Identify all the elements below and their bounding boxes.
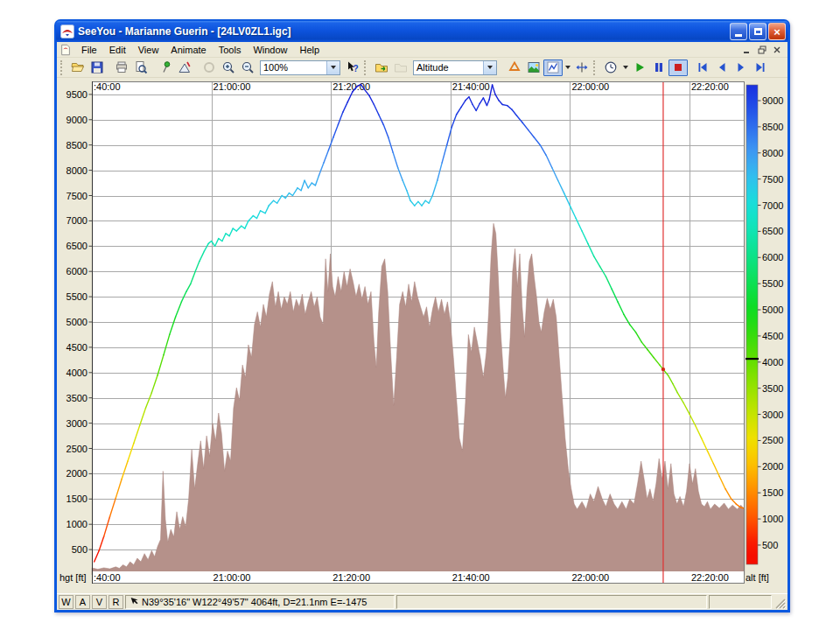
svg-text::40:00: :40:00 — [94, 572, 121, 583]
svg-text:5500: 5500 — [66, 291, 88, 302]
svg-text:5500: 5500 — [762, 278, 783, 289]
svg-text:1000: 1000 — [66, 519, 88, 529]
print-icon[interactable] — [112, 60, 131, 76]
svg-text:21:00:00: 21:00:00 — [214, 81, 251, 92]
minimize-button[interactable] — [730, 23, 747, 40]
photo-icon[interactable] — [524, 60, 543, 76]
svg-text:8000: 8000 — [762, 148, 783, 158]
window-title: SeeYou - Marianne Guerin - [24LV0ZL1.igc… — [78, 25, 726, 38]
toolbar-dropdown-arrow-icon[interactable] — [563, 60, 572, 76]
svg-text:21:00:00: 21:00:00 — [214, 572, 251, 583]
svg-text:5000: 5000 — [66, 317, 88, 327]
altitude-chart[interactable]: :40:0021:00:0021:20:0021:40:0022:00:0022… — [57, 78, 788, 592]
minimize-icon — [735, 34, 742, 37]
toolbar-grip[interactable] — [593, 60, 598, 75]
svg-text:4000: 4000 — [762, 357, 783, 368]
cursor-position-panel: N39°35'16" W122°49'57" 4064ft, D=21.1nm … — [125, 595, 395, 609]
resize-grip[interactable] — [774, 595, 787, 609]
child-close-button[interactable] — [770, 44, 784, 56]
maximize-button[interactable] — [749, 23, 766, 40]
chart-area: :40:0021:00:0021:20:0021:40:0022:00:0022… — [57, 78, 788, 593]
prev-point-icon[interactable] — [712, 60, 732, 76]
svg-text:1500: 1500 — [762, 487, 783, 498]
zoom-level-combo-value: 100% — [261, 61, 326, 74]
document-icon — [60, 44, 73, 56]
svg-text:500: 500 — [762, 540, 778, 550]
menu-help[interactable]: Help — [294, 43, 326, 57]
status-button-w[interactable]: W — [59, 595, 74, 609]
open-icon[interactable] — [68, 60, 88, 76]
cursor-arrow-icon — [130, 597, 138, 607]
toolbar-dropdown-arrow-icon[interactable] — [620, 60, 630, 76]
graph-icon[interactable] — [543, 60, 563, 76]
svg-text:7000: 7000 — [762, 200, 783, 211]
svg-text:5000: 5000 — [762, 304, 783, 315]
svg-text:4000: 4000 — [66, 368, 88, 378]
play-icon[interactable] — [630, 60, 649, 76]
svg-text:21:40:00: 21:40:00 — [452, 572, 490, 583]
combo-dropdown-icon[interactable] — [326, 61, 340, 74]
status-button-v[interactable]: V — [92, 595, 107, 609]
status-button-r[interactable]: R — [108, 595, 123, 609]
fit-icon[interactable] — [572, 60, 592, 76]
svg-text:21:40:00: 21:40:00 — [452, 81, 490, 92]
toolbar-grip[interactable] — [364, 60, 368, 75]
menu-view[interactable]: View — [132, 43, 165, 57]
menu-file[interactable]: File — [75, 43, 103, 57]
svg-text:9000: 9000 — [66, 115, 88, 125]
status-button-a[interactable]: A — [75, 595, 90, 609]
svg-text:6500: 6500 — [66, 241, 88, 251]
zoom-in-icon[interactable] — [219, 60, 238, 76]
view-combo[interactable]: Altitude — [413, 60, 497, 75]
menu-edit[interactable]: Edit — [103, 43, 132, 57]
title-bar[interactable]: SeeYou - Marianne Guerin - [24LV0ZL1.igc… — [56, 21, 788, 42]
child-restore-button[interactable] — [755, 44, 769, 56]
svg-text:1000: 1000 — [762, 514, 783, 524]
zoom-level-combo[interactable]: 100% — [260, 60, 340, 75]
svg-text:2500: 2500 — [66, 444, 88, 454]
svg-text:3000: 3000 — [66, 418, 88, 429]
svg-text:8500: 8500 — [762, 122, 783, 132]
pan-icon[interactable] — [200, 60, 219, 76]
next-point-icon[interactable] — [732, 60, 751, 76]
route-icon[interactable] — [505, 60, 524, 76]
menu-tools[interactable]: Tools — [213, 43, 248, 57]
help-pointer-icon[interactable]: ? — [343, 60, 362, 76]
svg-text:7500: 7500 — [762, 174, 783, 185]
last-point-icon[interactable] — [751, 60, 770, 76]
print-preview-icon[interactable] — [131, 60, 150, 76]
stop-icon[interactable] — [668, 60, 688, 76]
svg-text:?: ? — [354, 64, 359, 74]
save-icon[interactable] — [88, 60, 107, 76]
svg-text:6000: 6000 — [762, 252, 783, 262]
svg-text:4500: 4500 — [762, 331, 783, 341]
status-panel-2 — [709, 595, 772, 609]
svg-text:22:20:00: 22:20:00 — [691, 572, 729, 583]
child-minimize-button[interactable] — [740, 44, 754, 56]
combo-dropdown-icon[interactable] — [483, 61, 496, 74]
menu-window[interactable]: Window — [247, 43, 293, 57]
svg-text:3500: 3500 — [66, 393, 88, 403]
zoom-out-icon[interactable] — [238, 60, 257, 76]
seeyou-window: SeeYou - Marianne Guerin - [24LV0ZL1.igc… — [54, 19, 790, 612]
maximize-icon — [754, 28, 762, 35]
svg-text:6000: 6000 — [66, 266, 88, 276]
open-flight2-icon[interactable] — [391, 60, 410, 76]
measure-icon[interactable] — [175, 60, 194, 76]
svg-text:1500: 1500 — [66, 494, 88, 504]
clock-icon[interactable] — [601, 60, 620, 76]
first-point-icon[interactable] — [693, 60, 712, 76]
svg-text:8500: 8500 — [66, 140, 88, 150]
status-panel-1 — [396, 595, 707, 609]
svg-text:22:00:00: 22:00:00 — [571, 81, 609, 92]
svg-text:2500: 2500 — [762, 435, 783, 445]
toolbar-grip[interactable] — [60, 60, 65, 75]
open-flight-icon[interactable] — [372, 60, 391, 76]
menu-animate[interactable]: Animate — [164, 43, 212, 57]
waypoint-pin-icon[interactable] — [156, 60, 175, 76]
pause-icon[interactable] — [649, 60, 668, 76]
toolbar: 100%?Altitude — [57, 58, 788, 78]
svg-text:8000: 8000 — [66, 165, 88, 176]
close-button[interactable]: × — [768, 23, 786, 40]
svg-text:22:20:00: 22:20:00 — [691, 81, 729, 92]
